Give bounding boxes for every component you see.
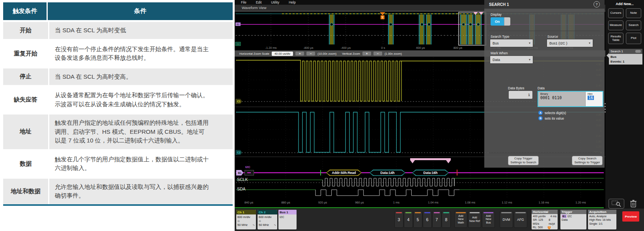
overview-time-label: 0 s [381,46,385,50]
add-note-button[interactable]: Note [626,8,641,18]
add-plot-button[interactable]: Plot [626,33,641,44]
afg-button[interactable]: AFG [514,211,527,228]
add-new-math-button[interactable]: Add New Math [454,211,467,228]
time-axis-label: 1.20 ms [575,201,586,204]
packet-text: Data:14h [370,170,405,176]
binary-input[interactable]: Binary 0001 0110 [538,92,585,106]
add-measure-button[interactable]: Measure [608,20,623,30]
search1-result-chip[interactable]: Search 1 Bus Events: 1 [609,49,642,65]
trigger-bus-type: I2C [567,214,572,218]
probe-icon: ⊙ [259,219,261,223]
vertical-zoom-label: Vertical Zoom [342,52,360,55]
preview-button[interactable]: Preview [622,211,639,222]
bus1-bottom-badge[interactable]: Bus 1 I2C [278,210,297,229]
search-type-dropdown[interactable]: Bus▾ [490,39,533,47]
zoom-select-button[interactable] [609,199,624,209]
channel-7-button[interactable]: 7 [432,211,441,228]
add-cursors-button[interactable]: Cursors [608,8,623,18]
add-new-title: Add New... [605,2,644,6]
copy-search-to-trigger-button[interactable]: Copy Search Settings to Trigger [572,156,603,165]
v-zoom-plus-button[interactable]: + [362,52,371,55]
h-window: 4 ms [550,214,556,218]
copy-trigger-to-search-button[interactable]: Copy Trigger Settings to Search [508,156,539,165]
h-zoom-plus-button[interactable]: + [295,52,304,55]
channel-6-button[interactable]: 6 [423,211,432,228]
packet-text: Addr:50h:Read [327,170,361,176]
button-stripe [424,212,430,213]
i2c-trigger-table: 触发条件 条件 开始当 SDA 在 SCL 为高时变低重复开始在没有前一个停止条… [3,2,233,206]
toggle-knob [504,17,510,26]
help-icon[interactable]: ? [594,1,600,7]
ch2-badge[interactable]: Ch 2 600 m/div ⊙ 50 MHz ∿ [258,210,277,229]
condition-cell: 触发在几个字节的用户指定数据值上，数据值以二进制或十六进制输入。 [49,151,233,177]
panel-drag-handle[interactable] [604,102,606,114]
svg-text:B1: B1 [237,23,239,26]
trigger-badge[interactable]: Trigger B1 I2C Data [560,210,586,229]
data-value-box[interactable]: Binary 0001 0110 Hex 16 [538,91,603,107]
table-row: 数据触发在几个字节的用户指定数据值上，数据值以二进制或十六进制输入。 [3,151,233,177]
table-header-trigger-type: 触发条件 [3,2,48,20]
i2c-decode-packet-address: Addr:50h:Read [326,170,362,176]
menu-file[interactable]: File [241,0,246,4]
trigger-type-cell: 缺失应答 [3,87,49,113]
tab-waveform-view[interactable]: Waveform View [242,6,267,10]
menu-edit[interactable]: Edit [256,0,262,4]
binary-label: Binary [540,92,583,95]
horizontal-zoom-scale-value[interactable]: 40.00 us/div [272,52,293,56]
display-toggle[interactable]: On [491,17,510,26]
condition-cell: 当 SDA 在 SCL 为高时变低 [49,22,233,39]
record-length: RL: 500 kpts [533,225,548,229]
menu-utility[interactable]: Utility [271,0,279,4]
ch1-badge[interactable]: Ch 1 600 m/div ⊙ 50 MHz ∿ [236,210,256,229]
sample-interval: 8 ns/pt [549,218,556,225]
menu-help[interactable]: Help [289,0,295,4]
button-stripe [434,212,440,213]
time-axis-label: 1.12 ms [502,201,512,204]
channel-5-button[interactable]: 5 [413,211,422,228]
sclk-label: SCLK [237,177,248,182]
table-row: 重复开始在没有前一个停止条件的情况下发生开始条件。通常是当主设备发送多条消息而不… [3,41,233,67]
channel-4-button[interactable]: 4 [404,211,413,228]
delete-button[interactable] [628,198,638,208]
horizontal-badge[interactable]: Horizontal 400 µs/div4 ms SR: 125 MS/s8 … [532,210,558,229]
h-zoom-minus-button[interactable]: − [306,52,315,55]
channel-3-button[interactable]: 3 [394,211,403,228]
trash-icon [630,200,637,207]
time-axis-label: 1 ms [393,201,399,204]
bus-activity-box [245,170,254,176]
channel-8-button[interactable]: 8 [442,211,451,228]
mark-when-dropdown[interactable]: Data▾ [490,55,533,64]
trigger-title: Trigger [560,210,586,214]
button-stripe [443,212,449,213]
source-dropdown[interactable]: Bus1 (I2C )▾ [547,39,593,47]
i2c-decode-packet-data2: Data:16h [412,170,449,176]
add-search-button[interactable]: Search [626,20,641,30]
dvm-button[interactable]: DVM [500,211,513,228]
source-label: Source [547,35,558,39]
source-value: Bus1 (I2C ) [549,41,567,45]
data-bytes-input[interactable]: 1 [509,91,532,99]
trigger-position-icon: T [548,226,551,229]
ch2-bandwidth: 50 MHz [259,223,269,227]
bus-name-label: I2C [245,165,250,169]
add-new-ref-button[interactable]: Add New Ref [468,211,481,228]
knob-b-hint: sets its value [545,116,564,120]
table-header-condition: 条件 [48,2,233,20]
hex-input[interactable]: Hex 16 [585,92,603,106]
overview-time-label: -400 µs [341,46,351,50]
bandwidth-icon: ∿ [274,223,276,227]
add-new-bus-button[interactable]: Add New Bus [482,211,495,228]
trigger-type-cell: 重复开始 [3,41,49,67]
button-stripe [470,212,480,213]
table-row: 缺失应答从设备通常配置为在每个地址和数据字节后传输一个确认。示波器可以在从设备未… [3,87,233,113]
bandwidth-icon: ∿ [252,223,255,227]
h-zoom-factor: (10.00x zoom) [317,52,336,55]
condition-cell: 在没有前一个停止条件的情况下发生开始条件。通常是当主设备发送多条消息而不释放总线… [49,41,233,67]
acquisition-badge[interactable]: Acquisition Auto, Analyze High Res: 16 b… [588,210,616,229]
v-zoom-minus-button[interactable]: − [373,52,382,55]
search-type-value: Bus [493,41,499,45]
add-results-table-button[interactable]: Results Table [608,33,623,44]
search-panel-header[interactable]: SEARCH 1 ? [484,0,605,9]
ch2-name: Ch 2 [258,210,277,214]
button-stripe [456,212,466,213]
